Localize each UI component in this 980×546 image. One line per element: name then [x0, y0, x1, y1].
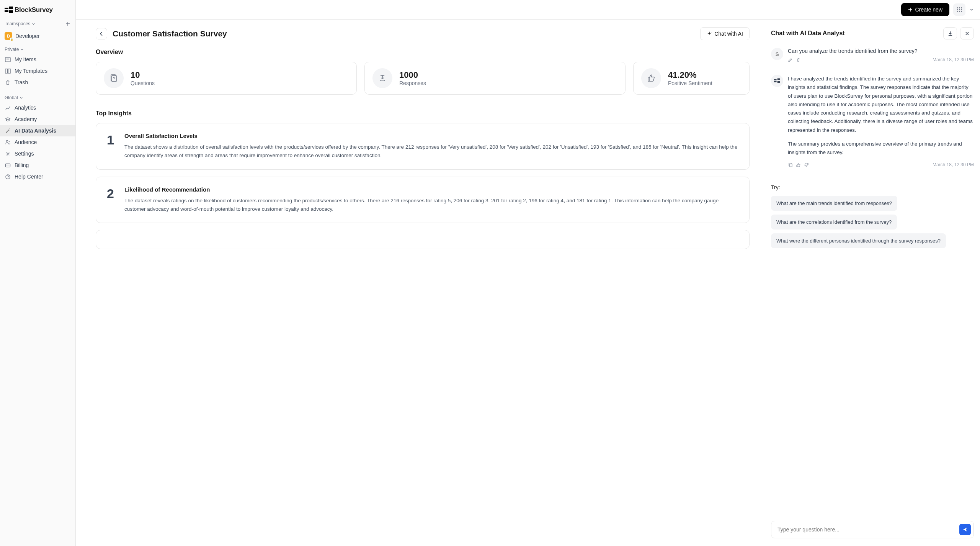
svg-rect-3 [9, 10, 13, 13]
stat-label: Positive Sentiment [668, 80, 712, 86]
svg-rect-15 [777, 78, 780, 80]
svg-point-7 [6, 140, 8, 142]
stat-sentiment: 41.20% Positive Sentiment [633, 62, 750, 95]
insight-body: The dataset reveals ratings on the likel… [124, 197, 738, 214]
chat-with-ai-button[interactable]: Chat with AI [700, 27, 750, 40]
global-section-label[interactable]: Global [0, 93, 75, 102]
sidebar: BlockSurvey Teamspaces D 🔒 Developer Pri… [0, 0, 76, 546]
logo[interactable]: BlockSurvey [0, 0, 75, 21]
ai-msg-paragraph: I have analyzed the trends identified in… [788, 75, 974, 134]
nav-help-center[interactable]: Help Center [0, 171, 75, 182]
topbar-dropdown[interactable] [969, 7, 974, 12]
teamspaces-label[interactable]: Teamspaces [5, 21, 35, 26]
plus-icon [908, 7, 913, 12]
svg-rect-14 [774, 81, 777, 82]
card-icon [5, 162, 11, 168]
create-new-button[interactable]: Create new [901, 3, 949, 16]
msg-timestamp: March 18, 12:30 PM [933, 162, 974, 167]
send-button[interactable] [959, 524, 971, 535]
close-button[interactable] [960, 27, 974, 39]
ai-msg-paragraph: The summary provides a comprehensive ove… [788, 140, 974, 157]
svg-rect-16 [777, 81, 780, 83]
chat-input[interactable] [771, 521, 974, 538]
apps-menu-button[interactable] [953, 3, 965, 16]
thumbs-up-button[interactable] [796, 162, 801, 167]
edit-icon [788, 57, 793, 62]
add-teamspace-button[interactable] [65, 21, 71, 27]
nav-trash[interactable]: Trash [0, 77, 75, 88]
download-button[interactable] [943, 27, 957, 39]
svg-rect-1 [5, 10, 8, 12]
chevron-down-icon [20, 96, 23, 100]
stat-value: 10 [131, 70, 155, 80]
user-name: Developer [15, 33, 40, 39]
svg-rect-4 [5, 57, 10, 61]
plus-icon [65, 21, 70, 26]
download-icon [947, 31, 953, 36]
insight-number: 1 [107, 133, 115, 160]
insight-number: 2 [107, 186, 115, 214]
trash-icon [5, 79, 11, 85]
user-avatar: D 🔒 [5, 32, 12, 40]
academy-icon [5, 116, 11, 122]
insight-title: Overall Satisfaction Levels [124, 133, 738, 139]
insight-title: Likelihood of Recommendation [124, 186, 738, 193]
thumbs-up-icon [641, 68, 661, 88]
send-icon [962, 527, 968, 532]
try-suggestion[interactable]: What are the correlations identified fro… [771, 215, 897, 230]
logo-icon [774, 78, 780, 84]
svg-point-8 [7, 153, 8, 154]
delete-button[interactable] [796, 57, 801, 62]
ai-msg-avatar [771, 75, 783, 87]
trash-icon [796, 57, 801, 62]
msg-timestamp: March 18, 12:30 PM [933, 57, 974, 62]
logo-icon [5, 7, 13, 13]
try-label: Try: [771, 184, 974, 190]
insight-body: The dataset shows a distribution of over… [124, 143, 738, 160]
chat-panel: Chat with AI Data Analyst S Can you [762, 20, 980, 546]
thumbs-up-icon [796, 162, 801, 167]
nav-my-templates[interactable]: My Templates [0, 65, 75, 77]
thumbs-down-button[interactable] [804, 162, 809, 167]
insights-heading: Top Insights [96, 110, 750, 117]
gear-icon [5, 151, 11, 157]
topbar: Create new [76, 0, 980, 20]
nav-audience[interactable]: Audience [0, 136, 75, 148]
user-msg-text: Can you analyze the trends identified fr… [788, 48, 974, 54]
chat-title: Chat with AI Data Analyst [771, 30, 845, 37]
nav-analytics[interactable]: Analytics [0, 102, 75, 113]
private-section-label[interactable]: Private [0, 45, 75, 54]
try-suggestion[interactable]: What were the different personas identif… [771, 233, 946, 248]
user-msg-avatar: S [771, 48, 783, 60]
chevron-down-icon [32, 22, 35, 26]
copy-button[interactable] [788, 162, 793, 167]
insight-card: 1 Overall Satisfaction Levels The datase… [96, 123, 750, 170]
try-section: Try: What are the main trends identified… [771, 184, 974, 248]
thumbs-down-icon [804, 162, 809, 167]
insight-card: 2 Likelihood of Recommendation The datas… [96, 177, 750, 223]
nav-ai-data-analysis[interactable]: AI Data Analysis [0, 125, 75, 136]
back-button[interactable] [96, 28, 107, 39]
svg-rect-6 [8, 69, 10, 73]
nav-academy[interactable]: Academy [0, 113, 75, 125]
copy-icon [788, 162, 793, 167]
nav-my-items[interactable]: My Items [0, 54, 75, 65]
nav-billing[interactable]: Billing [0, 159, 75, 171]
stat-value: 41.20% [668, 70, 712, 80]
svg-rect-13 [774, 79, 777, 80]
responses-icon [372, 68, 392, 88]
templates-icon [5, 68, 11, 74]
stat-responses: 1000 Responses [364, 62, 626, 95]
wand-icon [5, 128, 11, 134]
nav-settings[interactable]: Settings [0, 148, 75, 159]
svg-rect-0 [5, 8, 8, 9]
stat-value: 1000 [399, 70, 426, 80]
list-icon [5, 56, 11, 62]
user-row[interactable]: D 🔒 Developer [0, 30, 75, 45]
try-suggestion[interactable]: What are the main trends identified from… [771, 196, 897, 211]
logo-text: BlockSurvey [15, 6, 53, 14]
edit-button[interactable] [788, 57, 793, 62]
close-icon [965, 31, 970, 36]
stat-questions: 10 Questions [96, 62, 357, 95]
chart-icon [5, 105, 11, 111]
